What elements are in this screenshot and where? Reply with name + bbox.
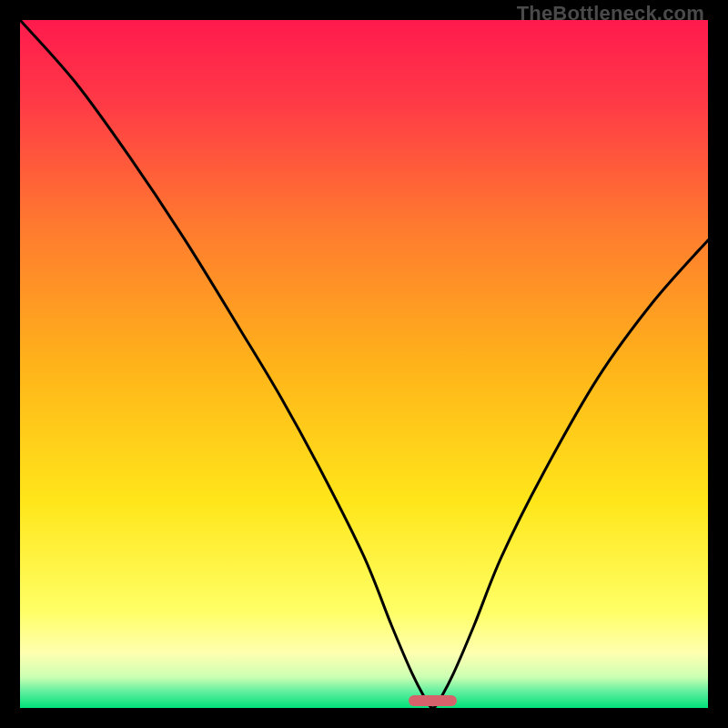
watermark-text: TheBottleneck.com <box>517 2 704 25</box>
plot-svg <box>20 20 708 708</box>
gradient-background <box>20 20 708 708</box>
optimal-range-marker <box>409 695 457 706</box>
chart-frame <box>20 20 708 708</box>
